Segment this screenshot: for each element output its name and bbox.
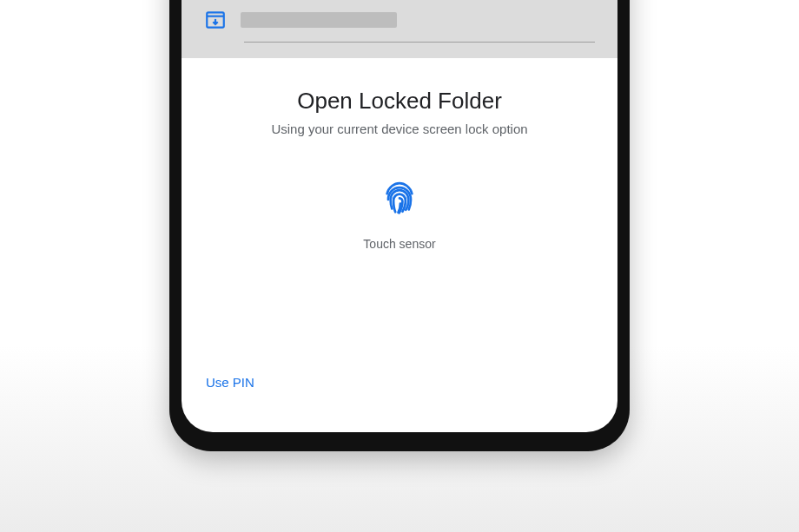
fingerprint-icon <box>380 178 419 221</box>
use-pin-button[interactable]: Use PIN <box>204 368 256 397</box>
dialog-subtitle: Using your current device screen lock op… <box>204 122 595 136</box>
divider <box>244 42 595 43</box>
dialog-title: Open Locked Folder <box>204 88 595 115</box>
phone-screen: Open Locked Folder Using your current de… <box>182 0 617 432</box>
background-app-area <box>182 0 617 58</box>
background-row <box>204 9 595 42</box>
stage: Open Locked Folder Using your current de… <box>0 0 799 532</box>
spacer <box>204 251 595 368</box>
auth-bottom-sheet: Open Locked Folder Using your current de… <box>182 58 617 414</box>
fingerprint-label: Touch sensor <box>363 237 435 251</box>
fingerprint-sensor-area[interactable]: Touch sensor <box>204 178 595 251</box>
redacted-text-placeholder <box>241 12 397 28</box>
phone-frame: Open Locked Folder Using your current de… <box>169 0 630 451</box>
archive-box-icon <box>204 9 227 31</box>
